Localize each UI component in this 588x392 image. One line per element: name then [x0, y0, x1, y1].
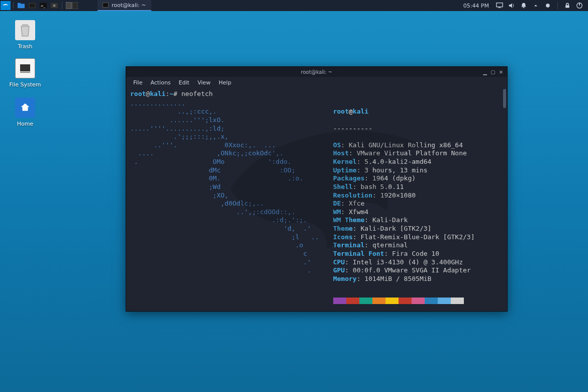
neofetch-info: root@kali ---------- OS: Kali GNU/Linux … — [333, 100, 475, 311]
taskbar-label: root@kali: ~ — [112, 2, 146, 9]
taskbar-terminal-item[interactable]: root@kali: ~ — [97, 0, 151, 11]
svg-point-12 — [546, 4, 550, 8]
neofetch-row: Uptime: 3 hours, 13 mins — [333, 166, 475, 175]
ascii-art: .............. ..,;:ccc,. ......''';lxO.… — [130, 100, 319, 311]
panel-separator — [13, 2, 14, 9]
svg-rect-8 — [66, 2, 71, 9]
neofetch-row: WM Theme: Kali-Dark — [333, 216, 475, 225]
svg-rect-16 — [22, 24, 28, 26]
notifications-icon[interactable] — [519, 1, 528, 10]
desktop-icon-label: File System — [5, 81, 45, 88]
neofetch-row: WM: Xfwm4 — [333, 208, 475, 217]
neofetch-row: Icons: Flat-Remix-Blue-Dark [GTK2/3] — [333, 233, 475, 242]
neofetch-row: DE: Xfce — [333, 200, 475, 208]
panel-separator — [557, 2, 558, 9]
desktop-icon-label: Trash — [5, 43, 45, 50]
terminal-window[interactable]: root@kali: ~ ▁ ▢ ✕ File Actions Edit Vie… — [126, 66, 508, 312]
close-button[interactable]: ✕ — [497, 68, 505, 75]
svg-text:>_: >_ — [41, 4, 46, 8]
neofetch-row: Shell: bash 5.0.11 — [333, 183, 475, 191]
panel-separator — [62, 2, 62, 9]
workspace-switcher[interactable] — [65, 1, 79, 10]
color-swatch — [346, 298, 359, 304]
desktop-icon-filesystem[interactable]: File System — [5, 58, 45, 88]
launcher-terminal-icon[interactable]: >_ — [38, 1, 48, 10]
color-swatch — [425, 298, 438, 304]
color-swatch — [438, 298, 451, 304]
color-swatch — [359, 298, 372, 304]
neofetch-row: Terminal Font: Fira Code 10 — [333, 250, 475, 258]
neofetch-row: Packages: 1964 (dpkg) — [333, 174, 475, 183]
neofetch-row: Terminal: qterminal — [333, 241, 475, 250]
clock[interactable]: 05:44 PM — [460, 3, 492, 9]
svg-rect-10 — [497, 3, 503, 7]
menu-view[interactable]: View — [193, 78, 215, 87]
top-panel: >_ root@kali: ~ 05:44 PM — [0, 0, 588, 11]
launcher-files-icon[interactable] — [16, 1, 26, 10]
terminal-menubar: File Actions Edit View Help — [126, 77, 507, 88]
neofetch-row: CPU: Intel i3-4130 (4) @ 3.400GHz — [333, 258, 475, 267]
lock-icon[interactable] — [563, 1, 572, 10]
scrollbar-thumb[interactable] — [503, 89, 506, 108]
color-swatch — [412, 298, 425, 304]
minimize-button[interactable]: ▁ — [481, 68, 489, 75]
menu-actions[interactable]: Actions — [146, 78, 174, 87]
neofetch-row: GPU: 00:0f.0 VMware SVGA II Adapter — [333, 266, 475, 275]
neofetch-row: Kernel: 5.4.0-kali2-amd64 — [333, 158, 475, 166]
svg-rect-1 — [18, 3, 21, 5]
window-title: root@kali: ~ — [126, 69, 507, 75]
color-swatch — [372, 298, 385, 304]
menu-help[interactable]: Help — [215, 78, 235, 87]
color-swatch — [451, 298, 464, 304]
prompt-line: root@kali:~# neofetch — [130, 90, 503, 99]
svg-point-7 — [53, 4, 55, 7]
trash-icon — [15, 20, 35, 40]
svg-rect-15 — [579, 3, 580, 6]
maximize-button[interactable]: ▢ — [489, 68, 497, 75]
neofetch-row: Memory: 1014MiB / 8505MiB — [333, 275, 475, 283]
home-icon — [15, 97, 35, 118]
neofetch-output: .............. ..,;:ccc,. ......''';lxO.… — [130, 100, 503, 311]
window-titlebar[interactable]: root@kali: ~ ▁ ▢ ✕ — [126, 67, 507, 77]
color-palette — [333, 298, 475, 304]
svg-rect-18 — [20, 72, 30, 73]
volume-icon[interactable] — [507, 1, 516, 10]
svg-rect-13 — [565, 5, 569, 8]
applications-menu[interactable] — [1, 1, 11, 10]
neofetch-row: Theme: Kali-Dark [GTK2/3] — [333, 225, 475, 233]
terminal-mini-icon — [103, 3, 109, 8]
svg-rect-3 — [30, 4, 35, 8]
record-icon[interactable] — [543, 1, 552, 10]
desktop-icon-label: Home — [5, 121, 45, 127]
filesystem-icon — [15, 58, 35, 78]
color-swatch — [385, 298, 399, 304]
color-swatch — [399, 298, 412, 304]
menu-file[interactable]: File — [129, 78, 146, 87]
desktop-icon-trash[interactable]: Trash — [5, 20, 45, 50]
terminal-body[interactable]: root@kali:~# neofetch .............. ..,… — [126, 88, 507, 311]
menu-edit[interactable]: Edit — [175, 78, 193, 87]
launcher-misc-icon[interactable] — [49, 1, 59, 10]
neofetch-row: Resolution: 1920×1080 — [333, 191, 475, 200]
svg-rect-11 — [498, 8, 501, 8]
desktop-icon-home[interactable]: Home — [5, 97, 45, 127]
svg-rect-9 — [72, 2, 78, 9]
chevron-up-icon[interactable] — [531, 1, 540, 10]
neofetch-row: OS: Kali GNU/Linux Rolling x86_64 — [333, 141, 475, 150]
desktop[interactable]: Trash File System Home root@kali: ~ ▁ ▢ … — [0, 11, 588, 392]
svg-rect-17 — [20, 64, 30, 71]
color-swatch — [333, 298, 346, 304]
launcher-browser-icon[interactable] — [27, 1, 37, 10]
neofetch-row: Host: VMware Virtual Platform None — [333, 149, 475, 158]
display-icon[interactable] — [495, 1, 504, 10]
power-icon[interactable] — [575, 1, 584, 10]
